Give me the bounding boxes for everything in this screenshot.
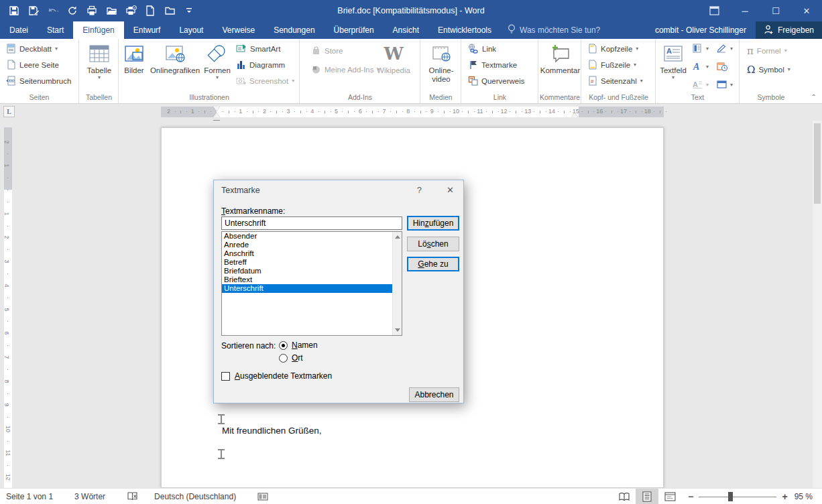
- open-folder-icon[interactable]: [103, 2, 120, 19]
- symbol-button[interactable]: Ω Symbol▾: [746, 62, 792, 77]
- right-indent-marker[interactable]: [571, 113, 578, 117]
- seitenzahl-button[interactable]: # Seitenzahl▾: [587, 74, 644, 88]
- radio-namen[interactable]: Namen: [279, 340, 318, 350]
- textfeld-button[interactable]: A Textfeld ▾: [658, 41, 689, 80]
- datum-uhrzeit-button[interactable]: [715, 60, 734, 74]
- zoom-slider-track[interactable]: [699, 492, 776, 501]
- horizontal-ruler[interactable]: 21123456789101112131415161718: [161, 107, 664, 117]
- wordart-button[interactable]: A▾: [691, 60, 710, 74]
- minimize-icon[interactable]: ─: [729, 0, 760, 21]
- deckblatt-button[interactable]: Deckblatt▾: [5, 42, 72, 56]
- signaturzeile-button[interactable]: ▾: [715, 42, 734, 56]
- word-count[interactable]: 3 Wörter: [68, 489, 111, 504]
- scroll-up-icon[interactable]: [395, 235, 400, 239]
- save-as-icon[interactable]: [25, 2, 42, 19]
- bilder-button[interactable]: Bilder: [121, 41, 148, 75]
- checkbox-icon[interactable]: [221, 372, 230, 381]
- bookmark-item[interactable]: Briefdatum: [222, 267, 402, 275]
- close-icon[interactable]: ✕: [791, 0, 822, 21]
- zoom-slider-thumb[interactable]: [728, 492, 733, 501]
- bookmark-item[interactable]: Absender: [222, 232, 402, 241]
- tab-verweise[interactable]: Verweise: [213, 21, 264, 39]
- dialog-close-icon[interactable]: ✕: [447, 185, 454, 195]
- save-icon[interactable]: [5, 2, 23, 19]
- maximize-icon[interactable]: ☐: [760, 0, 791, 21]
- proofing-errors-icon[interactable]: [121, 489, 144, 504]
- ribbon-display-options-icon[interactable]: [699, 0, 729, 21]
- onlinegrafiken-button[interactable]: Onlinegrafiken: [149, 41, 201, 75]
- ruler-tick: [318, 111, 319, 112]
- new-document-icon[interactable]: [141, 2, 159, 19]
- bookmark-item[interactable]: Betreff: [222, 258, 402, 267]
- redo-icon[interactable]: [64, 2, 81, 19]
- objekt-button[interactable]: ▾: [715, 78, 734, 92]
- bookmark-item[interactable]: Unterschrift: [222, 284, 402, 293]
- bookmark-list[interactable]: AbsenderAnredeAnschriftBetreffBriefdatum…: [221, 231, 402, 336]
- first-line-indent-marker[interactable]: [213, 107, 220, 111]
- fusszeile-button[interactable]: Fußzeile▾: [587, 58, 644, 72]
- print-layout-icon[interactable]: [636, 489, 658, 504]
- tab-ansicht[interactable]: Ansicht: [384, 21, 428, 39]
- tab-entwurf[interactable]: Entwurf: [124, 21, 170, 39]
- textmarke-button[interactable]: Textmarke: [467, 58, 526, 72]
- tab-datei[interactable]: Datei: [0, 21, 38, 39]
- folder-icon[interactable]: [161, 2, 178, 19]
- formen-button[interactable]: Formen ▾: [202, 41, 232, 80]
- dialog-help-icon[interactable]: ?: [417, 185, 422, 195]
- tab-selector[interactable]: L: [3, 106, 15, 117]
- kommentar-button[interactable]: Kommentar: [539, 41, 581, 75]
- tab-überprüfen[interactable]: Überprüfen: [325, 21, 384, 39]
- diagramm-button[interactable]: Diagramm: [235, 58, 296, 72]
- read-mode-icon[interactable]: [613, 489, 636, 504]
- tab-layout[interactable]: Layout: [170, 21, 213, 39]
- list-scrollbar[interactable]: [392, 232, 402, 335]
- onlinevideo-button[interactable]: Online-video: [425, 41, 457, 84]
- ruler-tick: [175, 111, 176, 112]
- bookmark-item[interactable]: Anschrift: [222, 249, 402, 258]
- radio-namen-icon[interactable]: [279, 341, 288, 350]
- schnellbausteine-button[interactable]: ▾: [691, 42, 710, 56]
- leere-seite-button[interactable]: Leere Seite: [5, 58, 72, 72]
- qat-more-icon[interactable]: [180, 2, 198, 19]
- web-layout-icon[interactable]: [658, 489, 681, 504]
- bookmark-item[interactable]: Brieftext: [222, 275, 402, 284]
- zoom-slider[interactable]: − +: [681, 491, 794, 502]
- smartart-button[interactable]: SmartArt: [235, 42, 296, 56]
- radio-ort-icon[interactable]: [279, 354, 288, 363]
- tab-entwicklertools[interactable]: Entwicklertools: [428, 21, 501, 39]
- page-count[interactable]: Seite 1 von 1: [0, 489, 59, 504]
- gehe-zu-button[interactable]: Gehe zu: [407, 257, 459, 271]
- share-button[interactable]: Freigeben: [756, 21, 822, 39]
- tab-start[interactable]: Start: [38, 21, 73, 39]
- scroll-down-icon[interactable]: [395, 328, 400, 332]
- bookmark-item[interactable]: Anrede: [222, 241, 402, 249]
- tab-sendungen[interactable]: Sendungen: [264, 21, 324, 39]
- scrollbar-thumb[interactable]: [814, 123, 821, 204]
- collapse-ribbon-icon[interactable]: ⌃: [811, 93, 817, 101]
- querverweis-button[interactable]: Querverweis: [467, 74, 526, 88]
- tab-einfügen[interactable]: Einfügen: [73, 21, 123, 39]
- macro-record-icon[interactable]: [251, 489, 274, 504]
- loeschen-button[interactable]: Löschen: [407, 237, 459, 251]
- vertical-ruler[interactable]: 21123456789101112: [4, 127, 12, 488]
- zoom-out-icon[interactable]: −: [688, 491, 693, 502]
- tabelle-button[interactable]: Tabelle ▾: [85, 41, 113, 80]
- link-button[interactable]: Link: [467, 42, 526, 56]
- zoom-percentage[interactable]: 95 %: [795, 492, 822, 501]
- dialog-title-bar[interactable]: Textmarke ? ✕: [214, 180, 463, 200]
- hanging-indent-marker[interactable]: [213, 113, 220, 117]
- tell-me-box[interactable]: Was möchten Sie tun?: [501, 21, 607, 39]
- print-icon[interactable]: [122, 2, 139, 19]
- seitenumbruch-button[interactable]: Seitenumbruch: [5, 74, 72, 88]
- language-indicator[interactable]: Deutsch (Deutschland): [148, 489, 242, 504]
- vertical-scrollbar[interactable]: [813, 121, 822, 488]
- print-preview-icon[interactable]: [83, 2, 101, 19]
- radio-ort[interactable]: Ort: [279, 353, 303, 363]
- kopfzeile-button[interactable]: Kopfzeile▾: [587, 42, 644, 56]
- abbrechen-button[interactable]: Abbrechen: [409, 387, 459, 402]
- hinzufuegen-button[interactable]: Hinzufügen: [407, 216, 459, 231]
- account-name[interactable]: combit - Oliver Schillinger: [655, 25, 746, 35]
- hidden-bookmarks-checkbox-row[interactable]: Ausgeblendete Textmarken: [221, 371, 332, 381]
- zoom-in-icon[interactable]: +: [782, 491, 787, 502]
- bookmark-name-input[interactable]: Unterschrift: [221, 216, 402, 230]
